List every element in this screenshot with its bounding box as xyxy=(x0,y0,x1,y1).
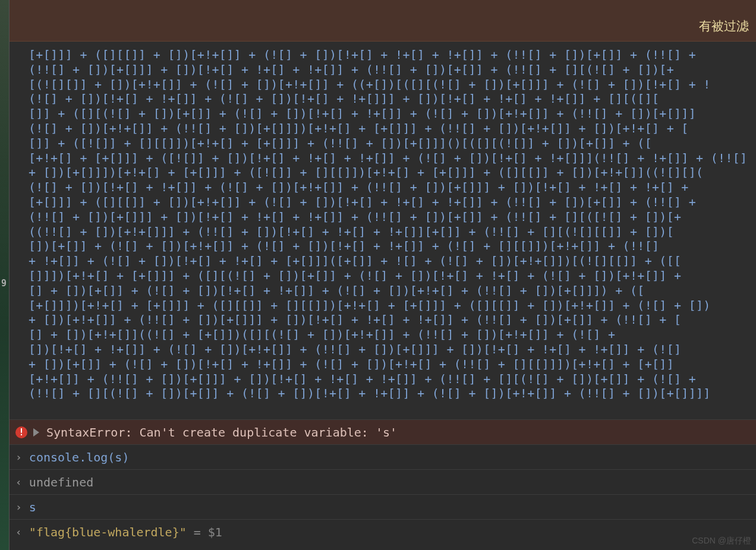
console-output-row: › "flag{blue-whalerdle}" = $1 xyxy=(10,519,756,544)
error-message: SyntaxError: Can't create duplicate vari… xyxy=(46,425,397,440)
console-main: 有被过滤 [+[]]] + ([][[]] + [])[+!+[]] + (![… xyxy=(10,0,756,550)
console-output-2-suffix: = $1 xyxy=(194,525,222,539)
console-input-2: s xyxy=(29,500,36,514)
jsfuck-output: [+[]]] + ([][[]] + [])[+!+[]] + (![] + [… xyxy=(10,42,756,419)
console-input-row[interactable]: › console.log(s) xyxy=(10,444,756,469)
warning-banner: 有被过滤 xyxy=(10,0,756,42)
warning-banner-text: 有被过滤 xyxy=(699,19,749,33)
error-icon xyxy=(15,426,27,438)
expand-arrow-icon[interactable] xyxy=(33,428,39,437)
input-arrow-icon: › xyxy=(15,501,22,513)
console-error-row[interactable]: SyntaxError: Can't create duplicate vari… xyxy=(10,419,756,444)
output-arrow-icon: › xyxy=(15,476,22,488)
console-output-1: undefined xyxy=(29,475,93,489)
input-arrow-icon: › xyxy=(15,451,22,463)
watermark: CSDN @唐仔橙 xyxy=(692,536,751,546)
console-output-2-string: "flag{blue-whalerdle}" xyxy=(29,525,187,539)
console-input-1: console.log(s) xyxy=(29,450,130,464)
console-input-row[interactable]: › s xyxy=(10,494,756,519)
console-output-row: › undefined xyxy=(10,469,756,494)
line-number: 9 xyxy=(1,278,7,289)
editor-left-gutter: 9 xyxy=(0,0,10,550)
output-arrow-icon: › xyxy=(15,526,22,538)
